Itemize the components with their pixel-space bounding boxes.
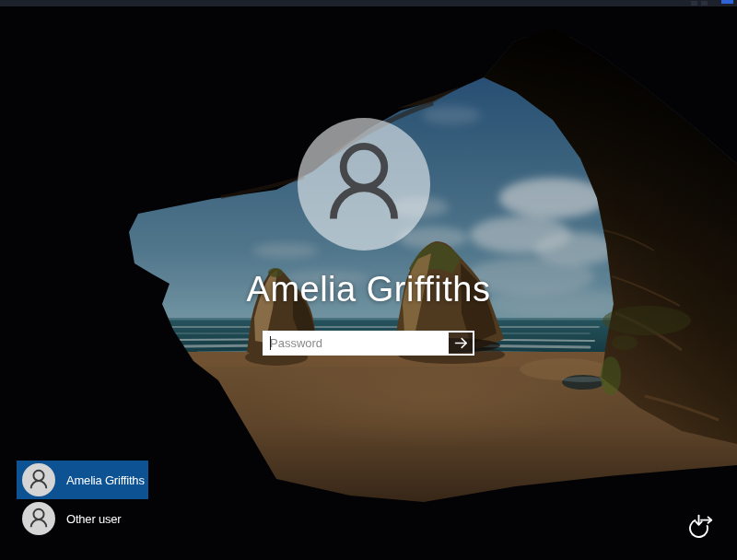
accent-blue-square — [721, 0, 733, 4]
person-icon — [298, 118, 430, 251]
login-screen: Amelia Griffiths Amelia Griffiths — [0, 0, 737, 560]
session-action-button[interactable] — [682, 508, 719, 545]
user-tile-label: Other user — [66, 512, 121, 526]
user-tile-avatar — [22, 463, 55, 496]
user-avatar — [298, 118, 430, 251]
top-bar-glyph — [701, 1, 708, 6]
user-tile-avatar — [22, 502, 55, 535]
arrow-right-icon — [454, 336, 468, 350]
password-input[interactable] — [264, 332, 449, 354]
person-icon — [22, 502, 55, 535]
user-tile-amelia-griffiths[interactable]: Amelia Griffiths — [17, 461, 148, 499]
circular-arrow-icon — [686, 513, 714, 541]
user-tile-label: Amelia Griffiths — [66, 473, 145, 487]
top-bar — [0, 0, 737, 6]
signed-in-user-name: Amelia Griffiths — [0, 270, 737, 309]
person-icon — [22, 463, 55, 496]
user-tile-other-user[interactable]: Other user — [17, 499, 148, 538]
top-bar-glyph — [691, 1, 697, 6]
password-field-group — [263, 331, 474, 356]
submit-password-button[interactable] — [449, 332, 473, 354]
